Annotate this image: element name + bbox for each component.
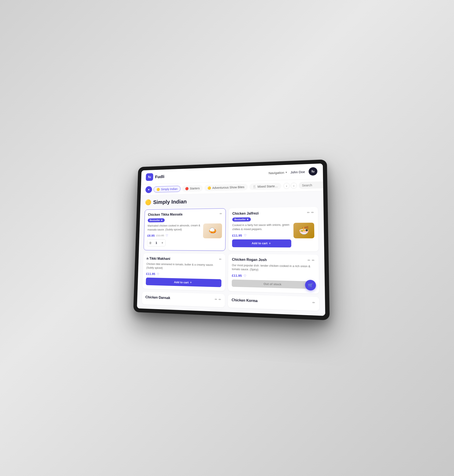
dish-image-tikka [203,223,222,238]
dish-name: n Tikki Makhani [146,256,170,260]
card-info: Marinated chicken cooked in almonds, cre… [147,223,201,246]
quantity-value: 1 [154,241,159,244]
chevron-down-icon: ▾ [286,171,287,174]
out-of-stock-button: Out of stock [232,279,315,289]
bestseller-badge: Bestseller ★ [148,218,165,222]
dish-name: Chicken Jalfrezi [232,211,259,216]
price-current: £11.95 [232,273,242,277]
edit-pencil-icon[interactable]: ✏ [215,297,217,301]
wishlist-heart-icon[interactable]: ♡ [157,272,159,275]
section-title: 🟡 Simply Indian [145,195,318,206]
menu-card-chicken-jalfrezi: Chicken Jalfrezi ✏ ✏ Bestseller ★ Cooked… [228,207,318,251]
edit-icons: ✏ ✏ [215,297,221,301]
card-header: Chicken Korma ✏ [232,298,315,305]
tab-starters[interactable]: 🔴 Starters [182,185,203,192]
edit-pencil-icon[interactable]: ✏ [219,257,222,261]
dish-description: Chicken tikki simmered in tomato, butter… [146,262,222,271]
price-row: £8.95 £11.95 ♡ [147,233,201,237]
edit-icons: ✏ [312,301,315,305]
increase-quantity-button[interactable]: + [159,239,166,246]
menu-card-chicken-dansak: Chicken Dansak ✏ ✏ [142,291,225,307]
tab-label: Starters [190,186,200,190]
navigation-button[interactable]: Navigation ▾ [269,170,287,175]
edit-pencil-icon[interactable]: ✏ [308,258,310,262]
header-right: Navigation ▾ John Doe fu [269,167,318,177]
edit-icons: ✏ ✏ [308,258,315,262]
main-content: 🟡 Simply Indian Chicken Tikka Massala ✏ … [137,191,325,316]
tab-emoji: 🔴 [185,187,189,190]
card-header: n Tikki Makhani ✏ [146,256,222,261]
search-bar[interactable]: 🔍 [299,181,325,189]
edit-icons: ✏ [220,212,222,215]
tab-label: Mixed Starte… [257,184,278,188]
tab-mixed-starters[interactable]: 🍴 Mixed Starte… [250,183,281,190]
edit-pencil-icon[interactable]: ✏ [312,301,315,305]
card-header: Chicken Tikka Massala ✏ [148,212,222,216]
menu-card-chicken-tikki-makhani: n Tikki Makhani ✏ Chicken tikki simmered… [142,253,226,291]
app-logo-icon[interactable]: fu [146,173,153,181]
wishlist-heart-icon[interactable]: ♡ [244,233,247,237]
plus-icon: + [190,280,192,284]
dish-description: Cooked in a fairly hot sauce with onions… [232,223,291,231]
price-current: £8.95 [147,234,155,237]
add-to-cart-label: Add to cart [174,280,189,284]
wishlist-heart-icon[interactable]: ♡ [244,274,246,277]
section-emoji: 🟡 [145,199,151,206]
edit-pencil-icon-2[interactable]: ✏ [219,298,221,301]
menu-grid: Chicken Tikka Massala ✏ Bestseller ★ Mar… [142,207,319,311]
edit-pencil-icon[interactable]: ✏ [220,212,222,215]
avatar-initials: fu [311,170,314,173]
card-header: Chicken Rogan Josh ✏ ✏ [232,257,315,262]
price-row: £11.95 ♡ [232,273,315,279]
user-avatar[interactable]: fu [309,167,318,176]
edit-pencil-icon[interactable]: ✏ [307,211,310,214]
bestseller-badge: Bestseller ★ [232,217,251,222]
delete-button[interactable]: 🗑 [147,239,154,246]
heart-icon: ♥ [148,188,150,191]
edit-pencil-icon-2[interactable]: ✏ [311,211,314,214]
price-original: £11.95 [156,234,164,237]
edit-icons: ✏ ✏ [307,211,314,214]
price-row: £11.95 ♡ [146,272,221,277]
logo-text: fu [148,175,151,179]
scroll-left-button[interactable]: ‹ [283,183,290,189]
favorites-button[interactable]: ♥ [145,186,152,193]
price-row: £11.95 ♡ [232,233,291,237]
app-name: Fudli [155,174,165,179]
price-current: £11.95 [146,272,155,275]
card-header: Chicken Jalfrezi ✏ ✏ [232,211,314,216]
tab-adventurous-show-bites[interactable]: 🟡 Adventurous Show Bites [204,184,248,191]
menu-card-chicken-tikka-massala: Chicken Tikka Massala ✏ Bestseller ★ Mar… [144,208,226,251]
price-current: £11.95 [232,233,242,237]
tab-emoji: 🟡 [156,187,160,191]
tab-emoji: 🟡 [207,186,211,190]
plus-icon: + [269,241,271,245]
menu-card-chicken-korma: Chicken Korma ✏ [228,294,319,311]
edit-icons: ✏ [219,257,222,261]
menu-card-chicken-rogan-josh: Chicken Rogan Josh ✏ ✏ Our most popular … [228,254,319,294]
card-body: Marinated chicken cooked in almonds, cre… [147,223,222,246]
tab-label: Simply Indian [161,187,177,191]
scroll-right-button[interactable]: › [291,182,297,189]
cart-icon: 🛒 [308,283,313,288]
add-to-cart-button[interactable]: Add to cart + [146,277,221,287]
nav-arrows: ‹ › [283,182,297,189]
cart-fab-button[interactable]: 🛒 [305,280,316,290]
edit-pencil-icon-2[interactable]: ✏ [312,258,315,262]
section-name: Simply Indian [153,198,187,205]
add-to-cart-button[interactable]: Add to cart + [232,239,291,247]
tab-label: Adventurous Show Bites [212,185,244,189]
dish-description: Marinated chicken cooked in almonds, cre… [148,223,201,232]
tablet-screen: fu Fudli Navigation ▾ John Doe fu [137,164,325,316]
search-input[interactable] [302,183,325,187]
user-name: John Doe [291,170,305,174]
card-header: Chicken Dansak ✏ ✏ [145,295,221,302]
tab-simply-indian[interactable]: 🟡 Simply Indian [154,186,181,193]
nav-label: Navigation [269,171,284,175]
wishlist-heart-icon[interactable]: ♡ [166,234,168,237]
dish-name: Chicken Rogan Josh [232,257,267,261]
dish-name: Chicken Dansak [145,295,170,300]
dish-image-jalfrezi [293,223,314,238]
add-to-cart-label: Add to cart [251,242,267,245]
out-of-stock-label: Out of stock [264,282,281,286]
